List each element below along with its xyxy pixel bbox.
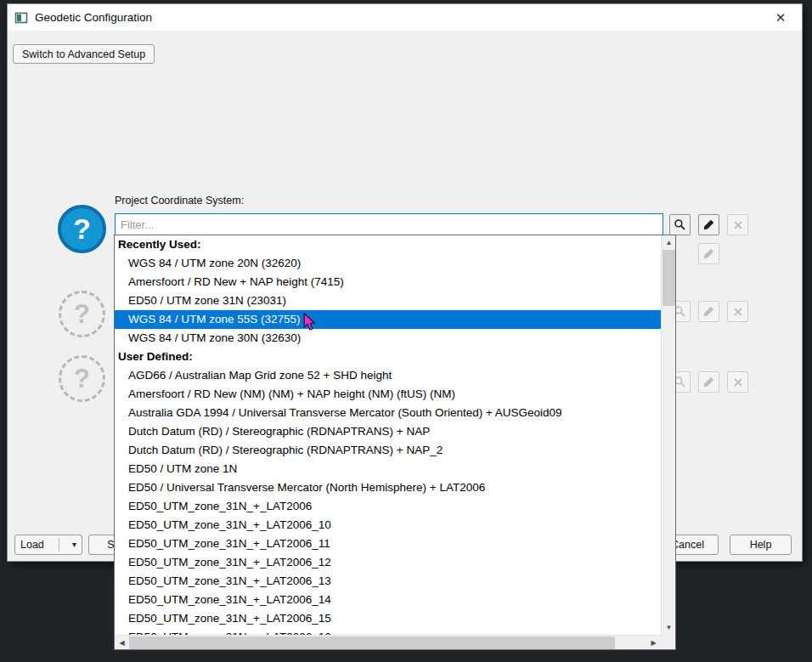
list-item[interactable]: ED50_UTM_zone_31N_+_LAT2006_14 [115,591,661,609]
coordinate-system-dropdown: Recently Used:WGS 84 / UTM zone 20N (326… [114,235,676,650]
hidden-row-2-buttons [669,301,748,322]
pen-icon [702,305,715,318]
pen-icon [702,376,715,388]
pen-button[interactable] [698,301,719,322]
project-coordinate-system-label: Project Coordinate System: [115,195,244,207]
list-item[interactable]: ED50_UTM_zone_31N_+_LAT2006_16 [115,628,661,635]
load-button[interactable]: Load ▾ [14,535,82,555]
title-bar[interactable]: Geodetic Configuration [8,4,802,31]
list-item[interactable]: WGS 84 / UTM zone 55S (32755) [115,310,661,329]
pen-button[interactable] [698,371,719,393]
placeholder-question-icon: ? [59,355,105,402]
list-item[interactable]: ED50_UTM_zone_31N_+_LAT2006_12 [115,553,661,572]
switch-to-advanced-setup-button[interactable]: Switch to Advanced Setup [13,44,155,64]
list-item[interactable]: Dutch Datum (RD) / Stereographic (RDNAPT… [115,441,661,460]
scrollbar-corner [661,635,675,649]
question-mark-icon: ? [74,364,90,394]
load-split-divider [59,538,59,552]
help-status-icon[interactable]: ? [58,205,106,253]
dropdown-arrow-icon[interactable]: ▾ [72,540,76,549]
window-title: Geodetic Configuration [35,11,152,24]
vertical-scrollbar[interactable]: ▲ ▼ [661,235,675,635]
search-button[interactable] [669,214,691,235]
clear-button[interactable] [727,371,748,393]
list-item[interactable]: ED50_UTM_zone_31N_+_LAT2006_10 [115,516,661,535]
pen-button[interactable] [698,214,719,235]
list-item[interactable]: ED50 / UTM zone 31N (23031) [115,291,661,310]
list-item[interactable]: Australia GDA 1994 / Universal Transvers… [115,404,661,422]
scroll-down-button[interactable]: ▼ [662,620,676,635]
clear-icon [733,220,743,230]
question-mark-icon: ? [74,299,90,330]
filter-row-buttons [669,214,748,235]
horizontal-scrollbar-thumb[interactable] [129,637,615,649]
scroll-right-button[interactable]: ▶ [646,636,661,650]
clear-button[interactable] [727,214,748,235]
list-item[interactable]: ED50 / UTM zone 1N [115,460,661,478]
list-item[interactable]: ED50_UTM_zone_31N_+_LAT2006_15 [115,609,661,628]
clear-icon [733,377,743,388]
desktop-background: Geodetic Configuration ✕ Switch to Advan… [0,0,812,662]
list-item[interactable]: Amersfoort / RD New (NM) (NM) + NAP heig… [115,385,661,404]
hidden-row-3-buttons [669,371,748,393]
secondary-pen-button-row [698,243,719,264]
horizontal-scrollbar[interactable]: ◀ ▶ [115,635,661,649]
coordinate-system-list: Recently Used:WGS 84 / UTM zone 20N (326… [115,235,661,635]
load-button-label: Load [20,539,44,551]
list-item[interactable]: WGS 84 / UTM zone 20N (32620) [115,254,661,273]
app-icon [14,11,28,25]
question-mark-icon: ? [73,212,91,246]
list-group-header: Recently Used: [115,235,661,254]
clear-button[interactable] [727,301,748,322]
list-group-header: User Defined: [115,348,661,366]
search-icon [674,218,686,231]
scroll-up-button[interactable]: ▲ [662,235,676,250]
list-item[interactable]: Dutch Datum (RD) / Stereographic (RDNAPT… [115,422,661,441]
clear-icon [733,307,743,317]
list-item[interactable]: AGD66 / Australian Map Grid zone 52 + SH… [115,366,661,385]
list-item[interactable]: ED50_UTM_zone_31N_+_LAT2006 [115,497,661,516]
pen-icon [702,247,715,260]
pen-button[interactable] [698,243,719,264]
placeholder-question-icon: ? [59,291,105,337]
list-item[interactable]: ED50_UTM_zone_31N_+_LAT2006_13 [115,572,661,591]
list-item[interactable]: ED50_UTM_zone_31N_+_LAT2006_11 [115,535,661,553]
help-button[interactable]: Help [730,535,792,555]
pen-icon [702,218,715,231]
close-button[interactable]: ✕ [770,8,791,26]
list-item[interactable]: ED50 / Universal Transverse Mercator (No… [115,478,661,497]
filter-input[interactable] [115,213,663,235]
scroll-left-button[interactable]: ◀ [115,636,129,650]
list-item[interactable]: Amersfoort / RD New + NAP height (7415) [115,273,661,291]
list-item[interactable]: WGS 84 / UTM zone 30N (32630) [115,329,661,348]
vertical-scrollbar-thumb[interactable] [663,250,675,306]
